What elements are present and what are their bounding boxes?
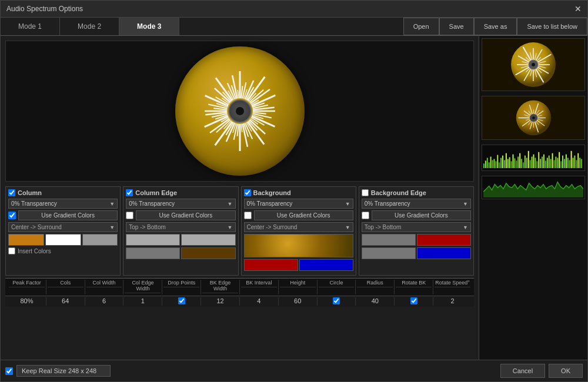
- column-swatch-1[interactable]: [8, 234, 44, 246]
- column-edge-gradient-row: Use Gradient Colors: [126, 210, 235, 220]
- svg-rect-141: [536, 161, 537, 168]
- svg-line-1: [252, 112, 266, 113]
- column-swatches: [8, 234, 118, 246]
- circle-check[interactable]: [333, 297, 340, 304]
- param-header-colwidth: Col Width: [85, 280, 124, 294]
- svg-rect-159: [567, 158, 569, 169]
- column-direction[interactable]: Center -> Surround ▼: [8, 222, 118, 232]
- svg-rect-134: [524, 156, 526, 168]
- column-edge-checkbox[interactable]: [126, 189, 133, 196]
- color-groups: Column 0% Transparency ▼ Use Gradient Co…: [5, 186, 474, 276]
- open-button[interactable]: Open: [403, 18, 439, 35]
- tab-mode3[interactable]: Mode 3: [119, 18, 179, 35]
- background-edge-checkbox[interactable]: [362, 189, 369, 196]
- left-panel: Column 0% Transparency ▼ Use Gradient Co…: [1, 36, 479, 360]
- background-transparency[interactable]: 0% Transparency ▼: [244, 199, 353, 209]
- background-title: Background: [253, 189, 291, 196]
- column-edge-direction[interactable]: Top -> Bottom ▼: [126, 222, 235, 232]
- background-gradient-btn[interactable]: Use Gradient Colors: [254, 210, 353, 220]
- waveform-1-svg: [483, 146, 583, 169]
- column-edge-gradient-btn[interactable]: Use Gradient Colors: [136, 210, 235, 220]
- svg-line-44: [238, 90, 238, 98]
- thumb-2-svg: [514, 99, 553, 137]
- col-edge-swatch-4[interactable]: [181, 247, 235, 259]
- keep-size-input[interactable]: [16, 365, 111, 377]
- background-gradient-check[interactable]: [244, 212, 252, 219]
- svg-rect-156: [562, 156, 563, 168]
- column-swatch-2[interactable]: [45, 234, 81, 246]
- svg-rect-163: [574, 156, 575, 168]
- svg-rect-113: [489, 162, 490, 168]
- col-edge-swatch-1[interactable]: [126, 234, 180, 246]
- waveform-2[interactable]: [482, 176, 585, 199]
- param-val-height: 60: [279, 297, 318, 306]
- svg-rect-149: [550, 159, 552, 168]
- window-title: Audio Spectrum Options: [6, 5, 83, 13]
- svg-rect-154: [559, 152, 560, 168]
- param-val-rotatebk: [395, 297, 433, 306]
- column-edge-gradient-check[interactable]: [126, 212, 133, 219]
- svg-rect-139: [533, 155, 534, 168]
- svg-rect-145: [543, 155, 544, 168]
- thumb-1-svg: [510, 41, 557, 88]
- background-checkbox[interactable]: [244, 189, 251, 196]
- svg-rect-133: [523, 162, 524, 168]
- save-as-button[interactable]: Save as: [474, 18, 517, 35]
- col-edge-swatch-3[interactable]: [126, 247, 180, 259]
- save-to-list-button[interactable]: Save to list below: [517, 18, 587, 35]
- bk-edge-swatch-3[interactable]: [362, 247, 416, 259]
- save-button[interactable]: Save: [439, 18, 474, 35]
- close-button[interactable]: ✕: [574, 4, 582, 14]
- param-header-cols: Cols: [46, 280, 85, 294]
- drop-points-check[interactable]: [178, 297, 185, 304]
- bk-edge-swatch-1[interactable]: [362, 234, 416, 246]
- param-val-coledge: 1: [123, 297, 162, 306]
- svg-rect-167: [581, 159, 582, 168]
- footer: Cancel OK: [1, 360, 587, 381]
- background-edge-transparency[interactable]: 0% Transparency ▼: [362, 199, 471, 209]
- tab-mode1[interactable]: Mode 1: [1, 18, 60, 35]
- background-edge-direction[interactable]: Top -> Bottom ▼: [362, 222, 471, 232]
- column-gradient-btn[interactable]: Use Gradient Colors: [18, 210, 118, 220]
- background-edge-gradient-check[interactable]: [362, 212, 369, 219]
- background-direction[interactable]: Center -> Surround ▼: [244, 222, 353, 232]
- svg-line-17: [233, 124, 237, 140]
- svg-rect-124: [507, 159, 509, 168]
- column-swatch-3[interactable]: [82, 234, 118, 246]
- cancel-button[interactable]: Cancel: [500, 364, 545, 378]
- thumb-1[interactable]: [482, 38, 585, 91]
- svg-rect-140: [534, 158, 536, 169]
- column-edge-transparency[interactable]: 0% Transparency ▼: [126, 199, 235, 209]
- keep-size-check[interactable]: [5, 367, 13, 375]
- thumb-2[interactable]: [482, 96, 585, 140]
- waveform-1[interactable]: [482, 145, 585, 171]
- rotate-bk-check[interactable]: [410, 297, 417, 304]
- column-transparency[interactable]: 0% Transparency ▼: [8, 199, 118, 209]
- svg-rect-122: [504, 160, 505, 168]
- svg-rect-131: [519, 153, 520, 168]
- svg-rect-137: [530, 160, 531, 168]
- param-header-drop: Drop Points: [162, 280, 201, 294]
- bg-swatch-cd[interactable]: [244, 234, 353, 257]
- param-header-rotatespeed: Rotate Speed°: [433, 280, 472, 294]
- column-gradient-check[interactable]: [8, 212, 16, 219]
- bk-edge-swatch-2[interactable]: [417, 234, 471, 246]
- param-header-bkinterval: BK Interval: [240, 280, 279, 294]
- background-edge-title: Background Edge: [371, 189, 426, 196]
- background-edge-gradient-btn[interactable]: Use Gradient Colors: [372, 210, 471, 220]
- cd-hole: [236, 107, 244, 115]
- ok-button[interactable]: OK: [549, 364, 583, 378]
- svg-line-14: [241, 124, 242, 132]
- svg-rect-110: [483, 163, 485, 168]
- col-edge-swatch-2[interactable]: [181, 234, 235, 246]
- column-gradient-row: Use Gradient Colors: [8, 210, 118, 220]
- svg-rect-119: [499, 162, 500, 168]
- insert-colors-check[interactable]: [8, 247, 15, 254]
- column-checkbox[interactable]: [8, 189, 15, 196]
- bg-swatch-red[interactable]: [244, 259, 298, 271]
- bk-edge-swatch-4[interactable]: [417, 247, 471, 259]
- tab-mode2[interactable]: Mode 2: [60, 18, 119, 35]
- svg-rect-150: [552, 153, 553, 168]
- background-swatches-bottom: [244, 259, 353, 271]
- bg-swatch-blue[interactable]: [299, 259, 353, 271]
